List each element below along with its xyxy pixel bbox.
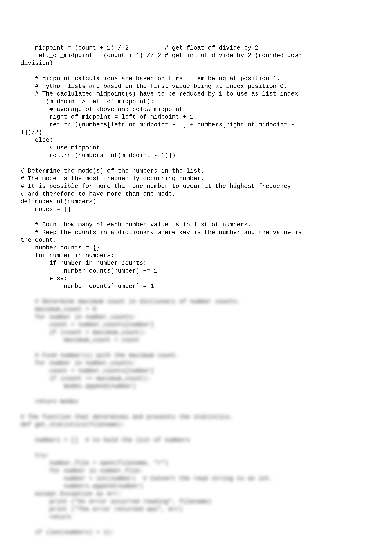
code-visible: midpoint = (count + 1) / 2 # get float o… (21, 44, 371, 290)
code-blurred: # Determine maximum count in dictionary … (21, 298, 371, 536)
document-page: midpoint = (count + 1) / 2 # get float o… (0, 0, 392, 555)
